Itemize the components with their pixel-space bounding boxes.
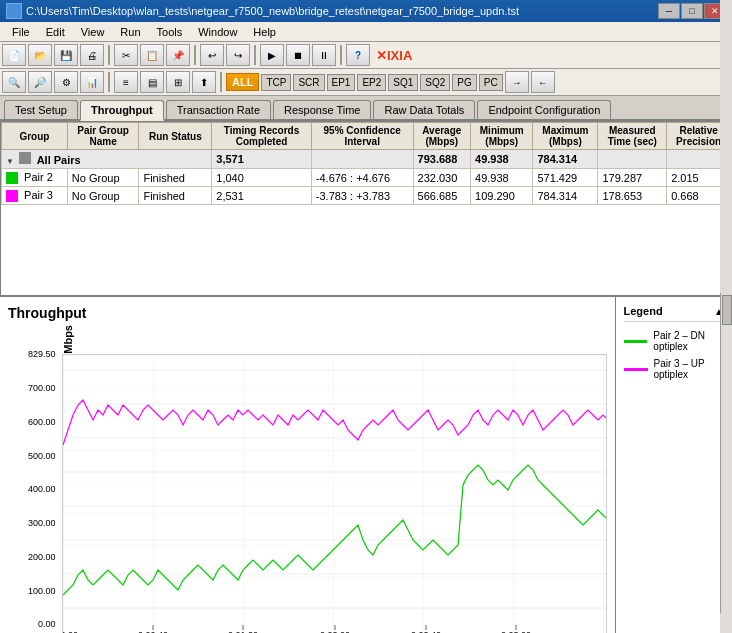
- menu-file[interactable]: File: [4, 24, 38, 40]
- pair3-status: Finished: [139, 187, 212, 205]
- y-tick-500: 500.00: [28, 451, 56, 461]
- chart-wrapper: 0.00 100.00 200.00 300.00 400.00 500.00 …: [28, 325, 607, 633]
- table-row-pair2[interactable]: Pair 2 No Group Finished 1,040 -4.676 : …: [2, 169, 731, 187]
- proto-pg[interactable]: PG: [452, 74, 476, 91]
- all-tag[interactable]: ALL: [226, 73, 259, 91]
- table-row-pair3[interactable]: Pair 3 No Group Finished 2,531 -3.783 : …: [2, 187, 731, 205]
- all-pairs-group: All Pairs: [37, 154, 81, 166]
- redo-button[interactable]: ↪: [226, 44, 250, 66]
- menu-help[interactable]: Help: [245, 24, 284, 40]
- chart-main: Throughput 0.00 100.00 200.00 300.00 400…: [0, 297, 615, 633]
- y-tick-829: 829.50: [28, 349, 56, 359]
- data-table-container: Group Pair GroupName Run Status Timing R…: [0, 121, 732, 296]
- toolbar-row2: 🔍 🔎 ⚙ 📊 ≡ ▤ ⊞ ⬆ ALL TCP SCR EP1 EP2 SQ1 …: [0, 69, 732, 96]
- zoom-in[interactable]: 🔍: [2, 71, 26, 93]
- menu-view[interactable]: View: [73, 24, 113, 40]
- title-bar: C:\Users\Tim\Desktop\wlan_tests\netgear_…: [0, 0, 732, 22]
- copy-button[interactable]: 📋: [140, 44, 164, 66]
- separator4: [340, 45, 342, 65]
- proto-sq1[interactable]: SQ1: [388, 74, 418, 91]
- tab-endpoint-config[interactable]: Endpoint Configuration: [477, 100, 611, 119]
- col-confidence: 95% ConfidenceInterval: [311, 123, 413, 150]
- table-row-all-pairs[interactable]: ▼ All Pairs 3,571 793.688 49.938 784.314: [2, 150, 731, 169]
- proto-ep1[interactable]: EP1: [327, 74, 356, 91]
- expand-icon[interactable]: ▼: [6, 157, 14, 166]
- new-button[interactable]: 📄: [2, 44, 26, 66]
- pair2-group: Pair 2: [2, 169, 68, 187]
- legend-scrollbar[interactable]: [720, 293, 732, 613]
- tab-throughput[interactable]: Throughput: [80, 100, 164, 121]
- cut-button[interactable]: ✂: [114, 44, 138, 66]
- proto-tcp[interactable]: TCP: [261, 74, 291, 91]
- chart-svg[interactable]: 0:00:00 0:00:40 0:01:20 0:02:00 0:02:40 …: [62, 354, 607, 633]
- pair3-maximum: 784.314: [533, 187, 598, 205]
- zoom-out[interactable]: 🔎: [28, 71, 52, 93]
- pair3-confidence: -3.783 : +3.783: [311, 187, 413, 205]
- maximize-button[interactable]: □: [681, 3, 703, 19]
- window-title: C:\Users\Tim\Desktop\wlan_tests\netgear_…: [26, 5, 519, 17]
- tab-raw-data[interactable]: Raw Data Totals: [373, 100, 475, 119]
- menu-tools[interactable]: Tools: [149, 24, 191, 40]
- pair3-measured: 178.653: [598, 187, 667, 205]
- proto-sq2[interactable]: SQ2: [420, 74, 450, 91]
- print-button[interactable]: 🖨: [80, 44, 104, 66]
- legend-label-pair2: Pair 2 – DN optiplex: [653, 330, 724, 352]
- tb-btn-6[interactable]: ≡: [114, 71, 138, 93]
- toolbar-row1: 📄 📂 💾 🖨 ✂ 📋 📌 ↩ ↪ ▶ ⏹ ⏸ ? ✕IXIA: [0, 42, 732, 69]
- proto-pc[interactable]: PC: [479, 74, 503, 91]
- arrow-left[interactable]: ←: [531, 71, 555, 93]
- arrow-right[interactable]: →: [505, 71, 529, 93]
- col-maximum: Maximum(Mbps): [533, 123, 598, 150]
- svg-rect-0: [63, 355, 607, 633]
- menu-window[interactable]: Window: [190, 24, 245, 40]
- minimize-button[interactable]: ─: [658, 3, 680, 19]
- menu-edit[interactable]: Edit: [38, 24, 73, 40]
- title-bar-left: C:\Users\Tim\Desktop\wlan_tests\netgear_…: [6, 3, 519, 19]
- y-axis-label: Mbps: [62, 325, 74, 354]
- pair2-measured: 179.287: [598, 169, 667, 187]
- run-button[interactable]: ▶: [260, 44, 284, 66]
- stop-button[interactable]: ⏹: [286, 44, 310, 66]
- proto-ep2[interactable]: EP2: [357, 74, 386, 91]
- all-pairs-icon: [19, 152, 31, 164]
- paste-button[interactable]: 📌: [166, 44, 190, 66]
- all-pairs-confidence: [311, 150, 413, 169]
- legend-color-pair3: [624, 368, 648, 371]
- tab-transaction-rate[interactable]: Transaction Rate: [166, 100, 271, 119]
- legend-scroll-thumb[interactable]: [722, 295, 732, 325]
- separator1: [108, 45, 110, 65]
- all-pairs-minimum: 49.938: [471, 150, 533, 169]
- undo-button[interactable]: ↩: [200, 44, 224, 66]
- save-button[interactable]: 💾: [54, 44, 78, 66]
- tb-btn-8[interactable]: ⊞: [166, 71, 190, 93]
- pair3-average: 566.685: [413, 187, 471, 205]
- separator2: [194, 45, 196, 65]
- legend-label-pair3: Pair 3 – UP optiplex: [654, 358, 725, 380]
- tb-btn-9[interactable]: ⬆: [192, 71, 216, 93]
- chart-button[interactable]: 📊: [80, 71, 104, 93]
- col-minimum: Minimum(Mbps): [471, 123, 533, 150]
- menu-run[interactable]: Run: [112, 24, 148, 40]
- y-tick-0: 0.00: [38, 619, 56, 629]
- tab-response-time[interactable]: Response Time: [273, 100, 371, 119]
- tab-test-setup[interactable]: Test Setup: [4, 100, 78, 119]
- y-tick-700: 700.00: [28, 383, 56, 393]
- help-icon-button[interactable]: ?: [346, 44, 370, 66]
- y-axis-area: 0.00 100.00 200.00 300.00 400.00 500.00 …: [28, 349, 58, 629]
- settings[interactable]: ⚙: [54, 71, 78, 93]
- all-pairs-label: ▼ All Pairs: [2, 150, 212, 169]
- pair2-color-icon: [6, 172, 18, 184]
- chart-title: Throughput: [8, 305, 607, 321]
- proto-scr[interactable]: SCR: [293, 74, 324, 91]
- col-group: Group: [2, 123, 68, 150]
- tb-btn-7[interactable]: ▤: [140, 71, 164, 93]
- pair2-minimum: 49.938: [471, 169, 533, 187]
- pair2-confidence: -4.676 : +4.676: [311, 169, 413, 187]
- app-icon: [6, 3, 22, 19]
- scrollbar-v[interactable]: [720, 121, 732, 296]
- pair3-color-icon: [6, 190, 18, 202]
- pause-button[interactable]: ⏸: [312, 44, 336, 66]
- col-records: Timing RecordsCompleted: [212, 123, 312, 150]
- legend-item-pair3: Pair 3 – UP optiplex: [624, 358, 724, 380]
- open-button[interactable]: 📂: [28, 44, 52, 66]
